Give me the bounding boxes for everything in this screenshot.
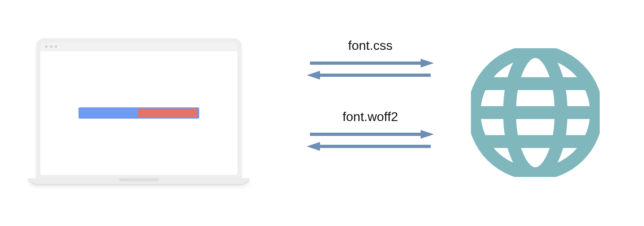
request-label: font.woff2 [343, 109, 398, 124]
svg-marker-3 [307, 71, 320, 80]
browser-viewport [40, 51, 237, 175]
bidirectional-arrow-icon [306, 57, 435, 81]
window-dot-icon [45, 45, 47, 48]
request-label: font.css [348, 38, 392, 53]
window-dot-icon [55, 45, 57, 48]
svg-marker-1 [421, 59, 434, 68]
laptop-screen [36, 38, 242, 179]
browser-titlebar [40, 42, 237, 51]
request-arrows: font.css font.woff2 [298, 38, 443, 152]
svg-marker-5 [421, 130, 434, 139]
progress-bar [78, 107, 199, 119]
svg-marker-7 [307, 142, 320, 151]
bidirectional-arrow-icon [306, 128, 435, 152]
progress-fill [138, 109, 198, 117]
request-row: font.woff2 [298, 109, 443, 152]
laptop-icon [28, 38, 250, 189]
request-row: font.css [298, 38, 443, 81]
window-dot-icon [50, 45, 52, 48]
globe-icon [471, 48, 600, 177]
laptop-base [28, 178, 250, 189]
